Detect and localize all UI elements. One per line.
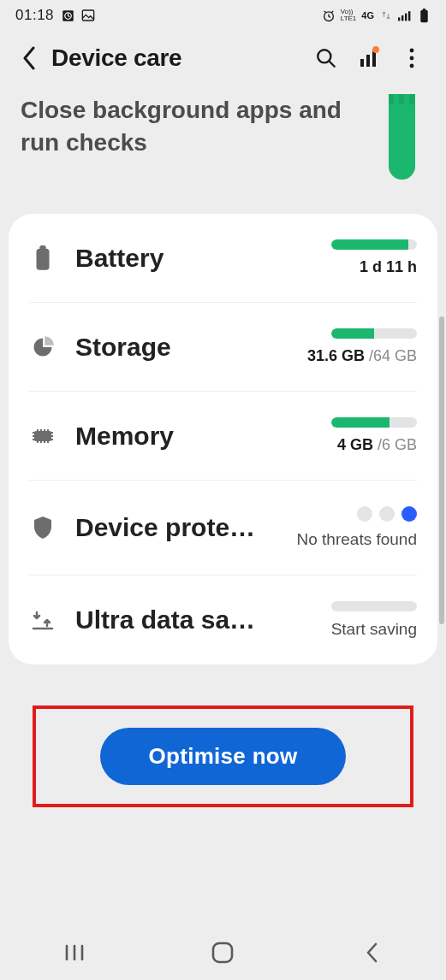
- protection-status: No threats found: [297, 530, 417, 549]
- ultra-data-saving-label: Ultra data saving: [75, 605, 261, 635]
- svg-rect-6: [405, 14, 407, 21]
- network-type: 4G: [361, 10, 374, 21]
- alarm-icon: [322, 9, 336, 22]
- storage-row[interactable]: Storage 31.6 GB /64 GB: [29, 303, 417, 392]
- memory-total: /6 GB: [378, 436, 417, 453]
- device-protection-value-block: No threats found: [280, 506, 417, 549]
- svg-rect-8: [420, 9, 428, 21]
- recents-button[interactable]: [57, 936, 92, 970]
- storage-total: /64 GB: [369, 347, 417, 364]
- svg-rect-5: [401, 15, 403, 21]
- tip-section: Close background apps and run checks: [0, 84, 446, 205]
- image-icon: [81, 9, 95, 22]
- app-bar: Device care: [0, 29, 446, 84]
- more-options-button[interactable]: [396, 43, 427, 74]
- storage-used: 31.6 GB: [307, 347, 369, 364]
- battery-bar: [331, 239, 417, 250]
- cta-highlight-box: Optimise now: [33, 705, 413, 807]
- health-score-badge: [389, 94, 415, 180]
- clock-square-icon: [61, 9, 74, 22]
- svg-rect-20: [213, 943, 232, 962]
- optimise-now-button[interactable]: Optimise now: [100, 728, 345, 785]
- protection-dot-1: [357, 506, 372, 522]
- svg-rect-18: [39, 245, 46, 250]
- memory-bar: [331, 417, 417, 428]
- signal-icon: [398, 9, 412, 22]
- svg-point-14: [410, 49, 414, 53]
- search-button[interactable]: [311, 43, 342, 74]
- storage-value-block: 31.6 GB /64 GB: [280, 328, 417, 365]
- system-nav-bar: [0, 925, 446, 980]
- svg-rect-7: [408, 11, 410, 21]
- home-button[interactable]: [205, 936, 240, 970]
- storage-value: 31.6 GB /64 GB: [307, 347, 417, 365]
- ultra-data-saving-row[interactable]: Ultra data saving Start saving: [29, 576, 417, 664]
- nav-back-button[interactable]: [354, 936, 389, 970]
- volte-bottom: LTE1: [341, 15, 357, 22]
- device-protection-label: Device protection: [75, 513, 261, 542]
- more-vertical-icon: [409, 48, 414, 68]
- memory-value-block: 4 GB /6 GB: [280, 417, 417, 454]
- tip-text: Close background apps and run checks: [21, 94, 372, 159]
- device-protection-row[interactable]: Device protection No threats found: [29, 481, 417, 576]
- battery-bar-fill: [331, 239, 408, 250]
- protection-dots: [357, 506, 417, 522]
- svg-rect-17: [37, 248, 50, 269]
- notification-dot-icon: [372, 46, 379, 53]
- svg-point-15: [410, 56, 414, 61]
- memory-icon: [29, 422, 56, 450]
- svg-rect-11: [360, 59, 364, 67]
- svg-point-16: [410, 64, 414, 68]
- volte-indicator: Vo)) LTE1: [341, 9, 357, 22]
- status-left: 01:18: [15, 7, 95, 24]
- memory-bar-fill: [331, 417, 390, 428]
- data-usage-button[interactable]: [354, 43, 384, 74]
- ultra-data-status: Start saving: [331, 620, 417, 639]
- status-right: Vo)) LTE1 4G: [322, 9, 431, 22]
- protection-dot-3: [401, 506, 417, 522]
- memory-value: 4 GB /6 GB: [337, 436, 417, 454]
- ultra-data-value-block: Start saving: [280, 601, 417, 639]
- ultra-data-bar: [331, 601, 417, 611]
- battery-status-icon: [417, 9, 431, 22]
- memory-used: 4 GB: [337, 436, 378, 453]
- svg-rect-19: [34, 431, 51, 441]
- storage-bar: [331, 328, 417, 339]
- svg-rect-2: [82, 10, 93, 21]
- svg-rect-12: [366, 55, 370, 67]
- protection-dot-2: [379, 506, 395, 522]
- search-icon: [315, 47, 337, 69]
- storage-label: Storage: [75, 333, 261, 362]
- back-button[interactable]: [19, 48, 39, 68]
- battery-value-block: 1 d 11 h: [280, 239, 417, 276]
- page-title: Device care: [51, 44, 181, 72]
- svg-rect-9: [422, 9, 425, 11]
- storage-icon: [29, 334, 56, 361]
- recents-icon: [64, 944, 85, 961]
- home-icon: [211, 942, 234, 964]
- battery-time: 1 d 11 h: [360, 258, 417, 276]
- status-bar: 01:18 Vo)) LTE1 4G: [0, 0, 446, 29]
- status-time: 01:18: [15, 7, 54, 24]
- memory-row[interactable]: Memory 4 GB /6 GB: [29, 392, 417, 481]
- shield-icon: [29, 514, 56, 541]
- updown-arrows-icon: [379, 9, 393, 22]
- memory-label: Memory: [75, 422, 261, 451]
- chevron-left-icon: [365, 942, 378, 963]
- battery-icon: [29, 245, 56, 272]
- scroll-indicator: [439, 316, 444, 624]
- battery-row[interactable]: Battery 1 d 11 h: [29, 214, 417, 303]
- data-saving-icon: [29, 606, 56, 634]
- battery-label: Battery: [75, 244, 261, 273]
- svg-rect-4: [398, 17, 400, 21]
- storage-bar-fill: [331, 328, 374, 339]
- device-care-card: Battery 1 d 11 h Storage 31.6 GB /64 GB …: [9, 214, 437, 664]
